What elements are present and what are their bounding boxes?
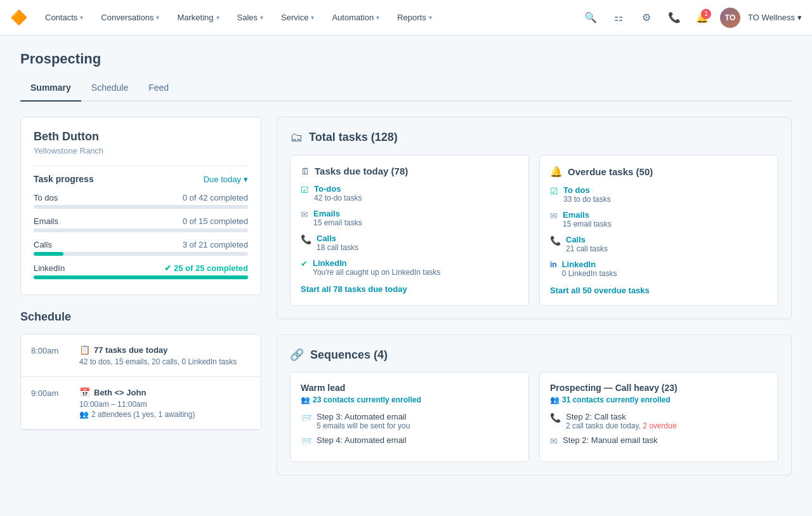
schedule-time-2: 9:00am <box>31 387 69 419</box>
schedule-item-meeting: 9:00am 📅 Beth <> John 10:00am – 11:00am … <box>21 377 261 430</box>
calls-button[interactable]: 📞 <box>664 8 684 28</box>
schedule-event-desc-1: 42 to dos, 15 emails, 20 calls, 0 Linked… <box>79 357 251 366</box>
tasks-due-today-header: 🗓 Tasks due today (78) <box>301 166 518 176</box>
tab-schedule[interactable]: Schedule <box>81 77 138 102</box>
nav-right: 🔍 ⚏ ⚙ 📞 🔔 1 TO TO Wellness ▾ <box>580 8 802 28</box>
left-column: Beth Dutton Yellowstone Ranch Task progr… <box>20 117 261 491</box>
overdue-emails-count: 15 email tasks <box>563 220 612 228</box>
chevron-down-icon: ▾ <box>429 14 432 21</box>
sequences-section: 🔗 Sequences (4) Warm lead 👥 23 contacts … <box>277 334 792 475</box>
hubspot-logo[interactable]: 🔶 <box>10 10 27 26</box>
email-overdue-icon: ✉ <box>550 211 558 221</box>
nav-marketing[interactable]: Marketing ▾ <box>169 8 226 27</box>
sequences-icon: 🔗 <box>290 348 304 362</box>
nav-reports[interactable]: Reports ▾ <box>390 8 440 27</box>
email-task-icon: ✉ <box>550 436 558 446</box>
notification-badge: 1 <box>701 9 711 19</box>
progress-bar-calls-fill <box>34 252 63 256</box>
sequence-warm-lead: Warm lead 👥 23 contacts currently enroll… <box>290 372 529 462</box>
page-tabs: Summary Schedule Feed <box>20 77 792 102</box>
marketplace-button[interactable]: ⚏ <box>608 8 629 28</box>
search-button[interactable]: 🔍 <box>580 8 601 28</box>
main-layout: Beth Dutton Yellowstone Ranch Task progr… <box>20 117 792 491</box>
due-todos-row: ☑ To-dos 42 to-do tasks <box>301 184 518 202</box>
due-calls-row: 📞 Calls 18 call tasks <box>301 234 518 252</box>
schedule-event-title-2: 📅 Beth <> John <box>79 387 251 397</box>
nav-service[interactable]: Service ▾ <box>273 8 322 27</box>
schedule-event-title-1: 📋 77 tasks due today <box>79 345 251 355</box>
due-calls-count: 18 call tasks <box>317 243 358 252</box>
seq-2-step-1-desc: 2 call tasks due today, 2 overdue <box>566 421 677 430</box>
progress-bar-linkedin-bg <box>34 275 248 279</box>
settings-button[interactable]: ⚙ <box>636 8 657 28</box>
chevron-down-icon: ▾ <box>80 14 83 21</box>
email-send-icon-2: 📨 <box>301 436 311 446</box>
overdue-count: 2 overdue <box>643 421 676 430</box>
sequences-header: 🔗 Sequences (4) <box>290 348 778 362</box>
tab-feed[interactable]: Feed <box>138 77 179 102</box>
due-emails-link[interactable]: Emails <box>313 209 362 218</box>
tasks-due-today-card: 🗓 Tasks due today (78) ☑ To-dos 42 to-do… <box>290 155 529 306</box>
right-column: 🗂 Total tasks (128) 🗓 Tasks due today (7… <box>277 117 792 491</box>
calendar-icon: 📅 <box>79 387 90 397</box>
due-linkedin-link[interactable]: LinkedIn <box>313 258 440 268</box>
due-calls-link[interactable]: Calls <box>317 234 358 243</box>
overdue-calls-link[interactable]: Calls <box>566 235 608 244</box>
nav-contacts[interactable]: Contacts ▾ <box>37 8 91 27</box>
due-today-filter[interactable]: Due today ▾ <box>204 175 248 184</box>
page-title: Prospecting <box>20 51 792 67</box>
schedule-event-time-range: 10:00am – 11:00am <box>79 400 251 409</box>
phone-icon: 📞 <box>301 234 311 244</box>
tab-summary[interactable]: Summary <box>20 77 81 102</box>
progress-calls: Calls 3 of 21 completed <box>34 240 248 256</box>
nav-conversations[interactable]: Conversations ▾ <box>93 8 167 27</box>
schedule-content-1: 📋 77 tasks due today 42 to dos, 15 email… <box>79 345 251 366</box>
overdue-linkedin-count: 0 LinkedIn tasks <box>562 269 617 278</box>
check-icon: ✔ <box>164 263 171 273</box>
progress-emails: Emails 0 of 15 completed <box>34 216 248 232</box>
progress-bar-todos-bg <box>34 205 248 209</box>
nav-automation[interactable]: Automation ▾ <box>324 8 387 27</box>
seq-2-step-2: ✉ Step 2: Manual email task <box>550 435 768 446</box>
notifications-button[interactable]: 🔔 1 <box>692 8 712 28</box>
schedule-title: Schedule <box>20 310 261 324</box>
call-task-icon: 📞 <box>550 413 561 430</box>
contact-card: Beth Dutton Yellowstone Ranch Task progr… <box>20 117 261 295</box>
tasks-icon: 📋 <box>79 345 90 355</box>
user-avatar[interactable]: TO <box>720 8 740 28</box>
due-linkedin-count: You're all caught up on LinkedIn tasks <box>313 268 440 277</box>
sequence-call-heavy: Prospecting — Call heavy (23) 👥 31 conta… <box>539 372 778 462</box>
due-emails-row: ✉ Emails 15 email tasks <box>301 209 518 227</box>
start-overdue-link[interactable]: Start all 50 overdue tasks <box>550 286 768 295</box>
overdue-todos-link[interactable]: To dos <box>563 185 611 195</box>
due-todos-count: 42 to-do tasks <box>314 194 362 202</box>
user-menu[interactable]: TO Wellness ▾ <box>748 13 802 22</box>
tasks-section-icon: 🗂 <box>290 130 303 145</box>
tasks-calendar-icon: 🗓 <box>301 166 310 176</box>
phone-overdue-icon: 📞 <box>550 235 561 246</box>
overdue-linkedin-link[interactable]: LinkedIn <box>562 260 617 269</box>
task-progress-label: Task progress <box>34 174 94 184</box>
sequences-grid: Warm lead 👥 23 contacts currently enroll… <box>290 372 778 462</box>
progress-bar-linkedin-fill <box>34 275 248 279</box>
seq-2-name: Prospecting — Call heavy (23) <box>550 383 768 393</box>
progress-bar-emails-bg <box>34 228 248 232</box>
linkedin-check-icon: ✔ <box>301 259 308 268</box>
schedule-card: 8:00am 📋 77 tasks due today 42 to dos, 1… <box>20 334 261 430</box>
progress-bar-calls-bg <box>34 252 248 256</box>
total-tasks-header: 🗂 Total tasks (128) <box>290 130 778 145</box>
seq-1-step-1: 📨 Step 3: Automated email 5 emails will … <box>301 412 518 430</box>
progress-linkedin: LinkedIn ✔ 25 of 25 completed <box>34 263 248 279</box>
total-tasks-section: 🗂 Total tasks (128) 🗓 Tasks due today (7… <box>277 117 792 319</box>
chevron-down-icon: ▾ <box>376 14 379 21</box>
users-icon: 👥 <box>301 395 310 404</box>
overdue-todos-row: ☑ To dos 33 to do tasks <box>550 185 768 204</box>
nav-sales[interactable]: Sales ▾ <box>230 8 272 27</box>
users-icon-2: 👥 <box>550 395 560 404</box>
progress-todos: To dos 0 of 42 completed <box>34 193 248 209</box>
due-todos-link[interactable]: To-dos <box>314 184 362 194</box>
overdue-emails-link[interactable]: Emails <box>563 210 612 220</box>
schedule-time-1: 8:00am <box>31 345 69 366</box>
contact-company: Yellowstone Ranch <box>34 146 248 155</box>
start-due-today-link[interactable]: Start all 78 tasks due today <box>301 284 518 294</box>
